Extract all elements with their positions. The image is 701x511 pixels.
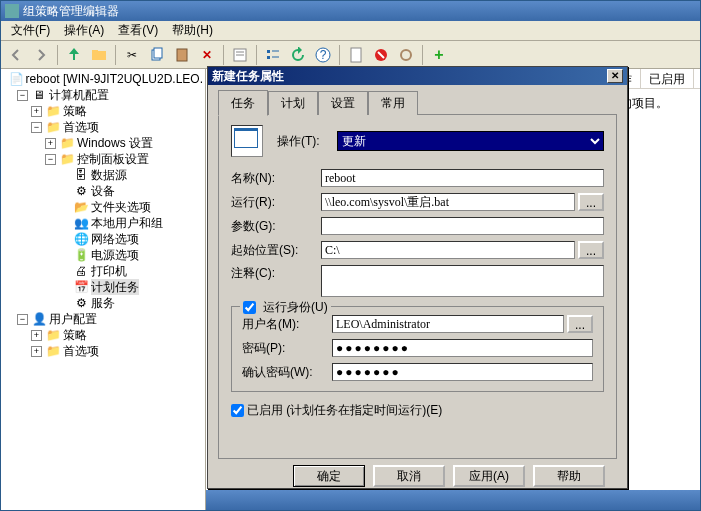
up-icon[interactable]: [63, 44, 85, 66]
svg-rect-14: [351, 48, 361, 62]
close-icon[interactable]: ✕: [607, 69, 623, 83]
menu-action[interactable]: 操作(A): [58, 20, 110, 41]
ok-button[interactable]: 确定: [293, 465, 365, 487]
runas-checkbox[interactable]: [243, 301, 256, 314]
tree-folder-options[interactable]: 📂文件夹选项: [3, 199, 203, 215]
menu-view[interactable]: 查看(V): [112, 20, 164, 41]
svg-text:?: ?: [320, 48, 327, 62]
run-browse-button[interactable]: ...: [578, 193, 604, 211]
tree-network-options[interactable]: 🌐网络选项: [3, 231, 203, 247]
page-icon[interactable]: [345, 44, 367, 66]
tab-panel: 操作(T): 更新 名称(N): 运行(R): ... 参数(G): 起始位置(…: [218, 114, 617, 459]
tree-cp-settings[interactable]: −📁控制面板设置: [3, 151, 203, 167]
list-icon[interactable]: [262, 44, 284, 66]
task-icon: [231, 125, 263, 157]
svg-rect-1: [92, 50, 98, 52]
runas-legend: 运行身份(U): [263, 299, 328, 316]
col-enabled[interactable]: 已启用: [641, 69, 694, 88]
svg-rect-9: [267, 56, 270, 59]
comment-label: 注释(C):: [231, 265, 321, 282]
stop-icon[interactable]: [370, 44, 392, 66]
paste-icon[interactable]: [171, 44, 193, 66]
tree-user-cfg[interactable]: −👤用户配置: [3, 311, 203, 327]
tab-common[interactable]: 常用: [368, 91, 418, 115]
pwd-input[interactable]: [332, 339, 593, 357]
start-label: 起始位置(S):: [231, 242, 321, 259]
tree-preferences[interactable]: −📁首选项: [3, 119, 203, 135]
menubar: 文件(F) 操作(A) 查看(V) 帮助(H): [1, 21, 700, 41]
app-icon: [5, 4, 19, 18]
tab-task[interactable]: 任务: [218, 90, 268, 116]
dialog-buttons: 确定 取消 应用(A) 帮助: [218, 459, 617, 487]
help-button[interactable]: 帮助: [533, 465, 605, 487]
main-titlebar: 组策略管理编辑器: [1, 1, 700, 21]
run-label: 运行(R):: [231, 194, 321, 211]
user-browse-button[interactable]: ...: [567, 315, 593, 333]
user-label: 用户名(M):: [242, 316, 332, 333]
name-label: 名称(N):: [231, 170, 321, 187]
tree-computer-cfg[interactable]: −🖥计算机配置: [3, 87, 203, 103]
dialog-title: 新建任务属性: [212, 68, 284, 85]
action-label: 操作(T):: [277, 133, 337, 150]
tree-u-policies[interactable]: +📁策略: [3, 327, 203, 343]
pwd-label: 密码(P):: [242, 340, 332, 357]
tree-root[interactable]: 📄reboot [WIN-9JIT2UQLU2D.LEO.: [3, 71, 203, 87]
delete-icon[interactable]: ✕: [196, 44, 218, 66]
tree-windows-settings[interactable]: +📁Windows 设置: [3, 135, 203, 151]
enabled-checkbox[interactable]: [231, 404, 244, 417]
folder-icon[interactable]: [88, 44, 110, 66]
tree-devices[interactable]: ⚙设备: [3, 183, 203, 199]
main-title: 组策略管理编辑器: [23, 3, 119, 20]
menu-file[interactable]: 文件(F): [5, 20, 56, 41]
pwd2-label: 确认密码(W):: [242, 364, 332, 381]
cut-icon[interactable]: ✂: [121, 44, 143, 66]
back-icon[interactable]: [5, 44, 27, 66]
tree-policies[interactable]: +📁策略: [3, 103, 203, 119]
svg-point-17: [401, 50, 411, 60]
circle-icon[interactable]: [395, 44, 417, 66]
tree-datasources[interactable]: 🗄数据源: [3, 167, 203, 183]
enabled-label: 已启用 (计划任务在指定时间运行)(E): [247, 402, 442, 419]
tree-view[interactable]: 📄reboot [WIN-9JIT2UQLU2D.LEO. −🖥计算机配置 +📁…: [1, 69, 206, 510]
args-input[interactable]: [321, 217, 604, 235]
tree-printers[interactable]: 🖨打印机: [3, 263, 203, 279]
args-label: 参数(G):: [231, 218, 321, 235]
tabstrip: 任务 计划 设置 常用: [218, 93, 617, 115]
tree-local-users[interactable]: 👥本地用户和组: [3, 215, 203, 231]
bottom-bar: [206, 490, 700, 510]
new-task-dialog: 新建任务属性 ✕ 任务 计划 设置 常用 操作(T): 更新 名称(N):: [207, 66, 628, 489]
toolbar: ✂ ✕ ? +: [1, 41, 700, 69]
tree-services[interactable]: ⚙服务: [3, 295, 203, 311]
tree-scheduled-tasks[interactable]: 📅计划任务: [3, 279, 203, 295]
properties-icon[interactable]: [229, 44, 251, 66]
user-input[interactable]: [332, 315, 564, 333]
start-browse-button[interactable]: ...: [578, 241, 604, 259]
svg-rect-0: [92, 51, 106, 60]
svg-rect-4: [177, 49, 187, 61]
runas-group: 运行身份(U) 用户名(M): ... 密码(P): 确认密码(W):: [231, 306, 604, 392]
menu-help[interactable]: 帮助(H): [166, 20, 219, 41]
action-select[interactable]: 更新: [337, 131, 604, 151]
svg-rect-3: [154, 48, 162, 58]
comment-input[interactable]: [321, 265, 604, 297]
help-icon[interactable]: ?: [312, 44, 334, 66]
tab-schedule[interactable]: 计划: [268, 91, 318, 115]
start-input[interactable]: [321, 241, 575, 259]
add-icon[interactable]: +: [428, 44, 450, 66]
copy-icon[interactable]: [146, 44, 168, 66]
svg-rect-8: [267, 50, 270, 53]
name-input[interactable]: [321, 169, 604, 187]
pwd2-input[interactable]: [332, 363, 593, 381]
apply-button[interactable]: 应用(A): [453, 465, 525, 487]
forward-icon[interactable]: [30, 44, 52, 66]
run-input[interactable]: [321, 193, 575, 211]
tab-settings[interactable]: 设置: [318, 91, 368, 115]
dialog-titlebar: 新建任务属性 ✕: [208, 67, 627, 85]
refresh-icon[interactable]: [287, 44, 309, 66]
tree-power-options[interactable]: 🔋电源选项: [3, 247, 203, 263]
tree-u-preferences[interactable]: +📁首选项: [3, 343, 203, 359]
cancel-button[interactable]: 取消: [373, 465, 445, 487]
